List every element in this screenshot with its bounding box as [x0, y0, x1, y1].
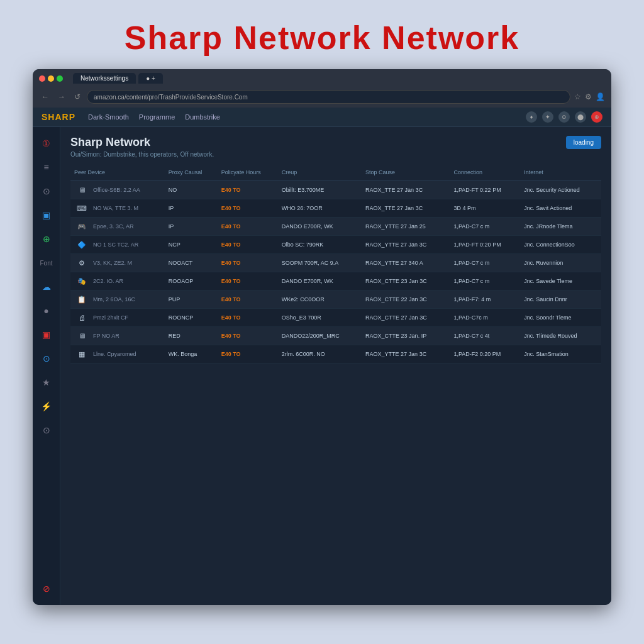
col-proxy-causal: Proxy Causal	[165, 165, 218, 181]
content-title: Sharp Network	[70, 136, 214, 149]
col-creup: Creup	[278, 165, 362, 181]
sidebar-icon-lightning[interactable]: ⚡	[36, 396, 57, 416]
topbar-icon-1[interactable]: ♦	[526, 111, 537, 123]
window-minimize-dot[interactable]	[48, 75, 54, 82]
table-row[interactable]: 🖨 Pmzi 2hxit CF ROONCP E40 TO OSho_E3 70…	[70, 309, 601, 327]
topbar-nav-programme[interactable]: Programme	[139, 113, 175, 121]
browser-title-bar: Networkssettings ● +	[39, 73, 605, 87]
tab-active[interactable]: Networkssettings	[73, 73, 136, 84]
topbar-icon-5[interactable]: ⊕	[591, 111, 602, 123]
window-close-dot[interactable]	[39, 75, 45, 82]
page-main-title: Sharp Network Network	[0, 19, 644, 57]
app-container: SHARP Dark-Smooth Programme Dumbstrike ♦…	[33, 108, 611, 605]
browser-chrome: Networkssettings ● + ← → ↺ ☆ ⚙ 👤	[33, 69, 611, 108]
left-sidebar: ① ≡ ⊙ ▣ ⊕ Font ☁ ● ▣ ⊙ ★ ⚡ ⊙ ⊘	[33, 127, 60, 605]
content-title-block: Sharp Network Oui/Simon: Dumbstrike, thi…	[70, 136, 214, 158]
topbar-right: ♦ ✦ ⊙ ⬤ ⊕	[526, 111, 602, 123]
table-row[interactable]: ⌨ NO WA, TTE 3. M IP E40 TO WHO 26: 7OOR…	[70, 199, 601, 218]
nav-forward-button[interactable]: →	[55, 91, 68, 103]
sidebar-icon-grid[interactable]: ▣	[36, 205, 57, 225]
app-topbar: SHARP Dark-Smooth Programme Dumbstrike ♦…	[33, 108, 611, 127]
table-row[interactable]: 🎮 Epoe, 3. 3C, AR IP E40 TO DANDO E700R,…	[70, 218, 601, 236]
topbar-nav-dark[interactable]: Dark-Smooth	[88, 113, 129, 121]
sidebar-icon-bottom[interactable]: ⊙	[36, 420, 57, 440]
star-icon[interactable]: ☆	[574, 92, 581, 101]
tab-bar: Networkssettings ● +	[73, 73, 163, 84]
content-subtitle: Oui/Simon: Dumbstrike, this operators, O…	[70, 151, 214, 158]
nav-refresh-button[interactable]: ↺	[72, 91, 83, 103]
col-stop-cause: Stop Cause	[362, 165, 450, 181]
col-connection: Connection	[450, 165, 520, 181]
sharp-logo: SHARP	[42, 112, 75, 122]
topbar-icon-2[interactable]: ✦	[542, 111, 553, 123]
table-row[interactable]: 🔷 NO 1 SC TC2. AR NCP E40 TO Olbo SC: 79…	[70, 236, 601, 254]
network-table: Peer Device Proxy Causal Policyate Hours…	[70, 165, 601, 364]
sidebar-icon-cloud[interactable]: ☁	[36, 277, 57, 297]
table-row[interactable]: 🖥 Office-S6B: 2.2 AA NO E40 TO Obillt: E…	[70, 181, 601, 199]
sidebar-icon-font[interactable]: Font	[36, 253, 57, 273]
sidebar-icon-power[interactable]: ▣	[36, 325, 57, 345]
window-dots	[39, 75, 63, 82]
col-policy-hours: Policyate Hours	[218, 165, 278, 181]
table-row[interactable]: 📋 Mm, 2 6OA, 16C PUP E40 TO WKe2: CC0OOR…	[70, 291, 601, 309]
topbar-icon-4[interactable]: ⬤	[575, 111, 586, 123]
col-peer-device: Peer Device	[70, 165, 165, 181]
sidebar-icon-dot[interactable]: ●	[36, 301, 57, 321]
sidebar-icon-star[interactable]: ★	[36, 372, 57, 392]
sidebar-icon-bottom-red[interactable]: ⊘	[36, 579, 57, 599]
window-maximize-dot[interactable]	[57, 75, 63, 82]
tab-new[interactable]: ● +	[138, 73, 163, 84]
tab-new-label: ● +	[146, 75, 155, 82]
sidebar-icon-settings[interactable]: ⊙	[36, 348, 57, 369]
topbar-nav-dumbstrike[interactable]: Dumbstrike	[185, 113, 220, 121]
sidebar-icon-add[interactable]: ⊕	[36, 229, 57, 249]
main-content: Sharp Network Oui/Simon: Dumbstrike, thi…	[60, 127, 611, 605]
table-row[interactable]: ▦ Llne. Cpyaromed WK. Bonga E40 TO 2rlm.…	[70, 345, 601, 364]
table-row[interactable]: 🎭 2C2. IO. AR ROOAOP E40 TO DANDO E700R,…	[70, 272, 601, 291]
tab-label: Networkssettings	[80, 75, 128, 82]
sidebar-icon-home[interactable]: ①	[36, 133, 57, 153]
content-header: Sharp Network Oui/Simon: Dumbstrike, thi…	[70, 136, 601, 158]
browser-nav-bar: ← → ↺ ☆ ⚙ 👤	[39, 87, 605, 108]
topbar-icon-3[interactable]: ⊙	[558, 111, 570, 123]
page-title-area: Sharp Network Network	[0, 0, 644, 69]
url-bar[interactable]	[87, 90, 570, 104]
loading-button[interactable]: loading	[566, 136, 601, 149]
col-internet: Internet	[520, 165, 601, 181]
user-nav-icon[interactable]: 👤	[596, 92, 605, 101]
browser-window: Networkssettings ● + ← → ↺ ☆ ⚙ 👤 SHARP	[33, 69, 611, 605]
settings-nav-icon[interactable]: ⚙	[585, 92, 592, 101]
nav-back-button[interactable]: ←	[39, 91, 52, 103]
table-row[interactable]: ⚙ V3, KK, ZE2. M NOOACT E40 TO SOOPM 700…	[70, 254, 601, 272]
nav-icons: ☆ ⚙ 👤	[574, 92, 605, 101]
table-row[interactable]: 🖥 FP NO AR RED E40 TO DANDO22/200R_MRC R…	[70, 327, 601, 345]
sidebar-icon-menu[interactable]: ≡	[36, 157, 57, 177]
sidebar-icon-circle[interactable]: ⊙	[36, 181, 57, 201]
topbar-nav: Dark-Smooth Programme Dumbstrike	[88, 113, 220, 121]
app-layout: ① ≡ ⊙ ▣ ⊕ Font ☁ ● ▣ ⊙ ★ ⚡ ⊙ ⊘	[33, 127, 611, 605]
